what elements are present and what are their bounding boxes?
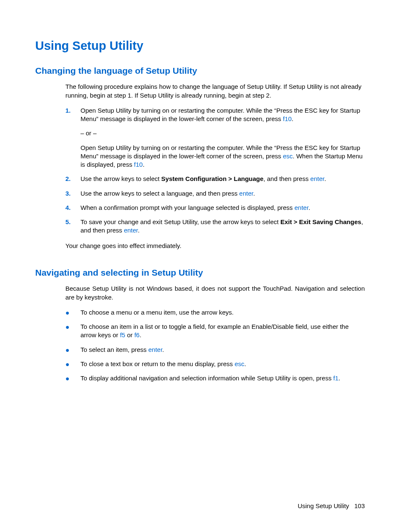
page-number: 103 (354, 502, 365, 509)
text: . (143, 161, 144, 168)
text: . (338, 374, 340, 382)
text: . (292, 115, 294, 122)
bullet-content: To choose an item in a list or to toggle… (81, 323, 365, 340)
bullet-content: To display additional navigation and sel… (81, 374, 340, 382)
bullet-icon: ● (65, 360, 81, 368)
text: or (125, 331, 135, 338)
heading-changing-language: Changing the language of Setup Utility (35, 65, 365, 77)
key-f1: f1 (333, 374, 339, 382)
list-item: ● To close a text box or return to the m… (65, 360, 365, 368)
step-5: 5. To save your change and exit Setup Ut… (65, 218, 365, 235)
text: To save your change and exit Setup Utili… (81, 218, 281, 225)
list-item: ● To choose an item in a list or to togg… (65, 323, 365, 340)
text: . (324, 175, 326, 182)
text: To choose a menu or a menu item, use the… (81, 308, 234, 317)
step-number: 3. (65, 189, 81, 198)
intro-changing: The following procedure explains how to … (65, 83, 365, 100)
text: Use the arrow keys to select (81, 175, 161, 182)
step-3: 3. Use the arrow keys to select a langua… (65, 189, 365, 198)
text: . (309, 204, 310, 211)
step-content: Use the arrow keys to select a language,… (81, 189, 255, 198)
key-esc: esc (234, 360, 244, 367)
list-item: ● To select an item, press enter. (65, 346, 365, 354)
text: . (138, 227, 140, 234)
steps-list: 1. Open Setup Utility by turning on or r… (65, 106, 365, 235)
key-enter: enter (294, 204, 308, 211)
step-content: To save your change and exit Setup Utili… (81, 218, 365, 235)
bullet-list: ● To choose a menu or a menu item, use t… (65, 308, 365, 383)
bold-text: System Configuration > Language (161, 175, 264, 182)
text: When a confirmation prompt with your lan… (81, 204, 294, 211)
bullet-icon: ● (65, 346, 81, 354)
bullet-content: To select an item, press enter. (81, 346, 164, 354)
text: To close a text box or return to the men… (81, 360, 234, 367)
text: . (162, 346, 164, 353)
key-enter: enter (124, 227, 138, 234)
key-enter: enter (239, 190, 253, 197)
page-footer: Using Setup Utility 103 (298, 502, 365, 510)
page-title: Using Setup Utility (35, 38, 365, 54)
outro-changing: Your change goes into effect immediately… (65, 242, 365, 250)
text: Open Setup Utility by turning on or rest… (81, 107, 360, 122)
text: Use the arrow keys to select a language,… (81, 190, 239, 197)
step-content: When a confirmation prompt with your lan… (81, 204, 310, 212)
heading-navigating: Navigating and selecting in Setup Utilit… (35, 267, 365, 279)
text: . (253, 190, 255, 197)
bullet-icon: ● (65, 323, 81, 340)
bullet-icon: ● (65, 308, 81, 317)
key-f10: f10 (283, 115, 292, 122)
bold-text: Exit > Exit Saving Changes (281, 218, 361, 225)
key-esc: esc (283, 152, 293, 160)
step-number: 2. (65, 175, 81, 183)
key-enter: enter (310, 175, 324, 182)
footer-label: Using Setup Utility (298, 502, 349, 509)
text: . (140, 331, 141, 338)
bullet-content: To close a text box or return to the men… (81, 360, 246, 368)
intro-navigating: Because Setup Utility is not Windows bas… (65, 284, 365, 302)
text: To select an item, press (81, 346, 148, 353)
list-item: ● To choose a menu or a menu item, use t… (65, 308, 365, 317)
key-f6: f6 (134, 331, 140, 338)
key-f5: f5 (120, 331, 125, 338)
step-number: 1. (65, 106, 81, 169)
step-2: 2. Use the arrow keys to select System C… (65, 175, 365, 183)
text: , and then press (263, 175, 310, 182)
key-f10: f10 (134, 161, 143, 168)
step-number: 4. (65, 204, 81, 212)
step-1: 1. Open Setup Utility by turning on or r… (65, 106, 365, 169)
text: To display additional navigation and sel… (81, 374, 333, 382)
step-number: 5. (65, 218, 81, 235)
step-content: Open Setup Utility by turning on or rest… (81, 106, 365, 169)
step-4: 4. When a confirmation prompt with your … (65, 204, 365, 212)
or-divider: – or – (81, 129, 365, 137)
list-item: ● To display additional navigation and s… (65, 374, 365, 382)
key-enter: enter (148, 346, 162, 353)
text: . (244, 360, 246, 367)
bullet-icon: ● (65, 374, 81, 382)
step-content: Use the arrow keys to select System Conf… (81, 175, 326, 183)
